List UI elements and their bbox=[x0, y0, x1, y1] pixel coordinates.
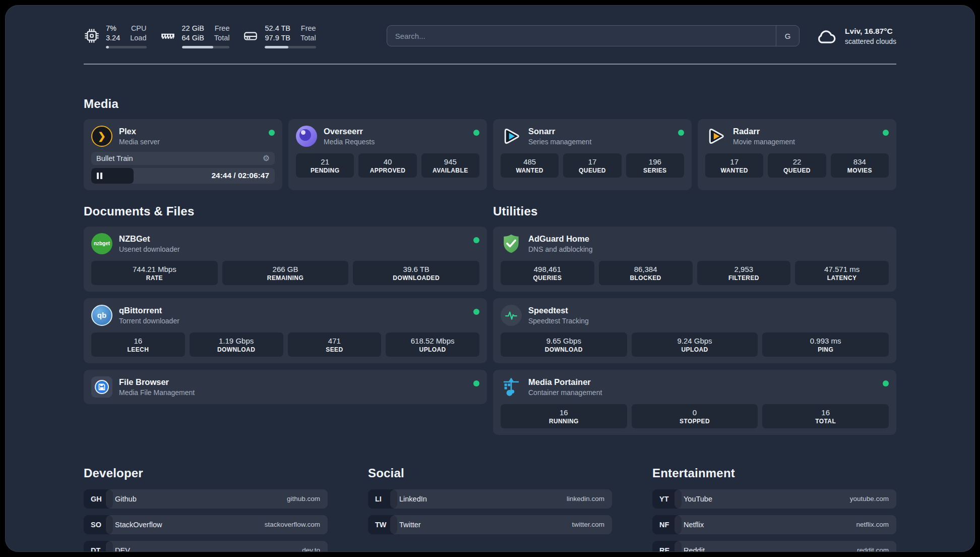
adguard-stat-filtered: 2,953 FILTERED bbox=[697, 261, 791, 285]
adguard-card[interactable]: AdGuard Home DNS and adblocking 498,461 … bbox=[493, 227, 896, 292]
bookmark-youtube-url: youtube.com bbox=[850, 495, 889, 503]
bookmark-linkedin-url: linkedin.com bbox=[567, 495, 604, 503]
overseerr-stat-available: 945 AVAILABLE bbox=[421, 153, 479, 178]
disk-free-label: Free bbox=[300, 24, 316, 33]
memory-free-label: Free bbox=[214, 24, 230, 33]
nzbget-title: NZBGet bbox=[119, 234, 180, 244]
portainer-stat-stopped: 0 STOPPED bbox=[632, 404, 758, 428]
portainer-card[interactable]: Media Portainer Container management 16 … bbox=[493, 370, 896, 435]
plex-settings-icon[interactable]: ⚙ bbox=[263, 154, 270, 162]
bookmark-reddit[interactable]: RE Reddit reddit.com bbox=[652, 541, 896, 552]
adguard-description: DNS and adblocking bbox=[528, 245, 593, 253]
bookmark-stackoverflow-url: stackoverflow.com bbox=[265, 521, 320, 528]
nzbget-description: Usenet downloader bbox=[119, 245, 180, 253]
qbittorrent-stat-download: 1.19 Gbps DOWNLOAD bbox=[190, 332, 283, 357]
plex-now-playing: Bullet Train ⚙ 24:44 / 02:06:47 bbox=[91, 152, 275, 184]
header-divider bbox=[84, 64, 896, 65]
cpu-usage-label: CPU bbox=[130, 24, 146, 33]
bookmark-linkedin[interactable]: LI LinkedIn linkedin.com bbox=[368, 489, 612, 509]
cpu-progress-bar bbox=[106, 46, 147, 48]
bookmark-twitter[interactable]: TW Twitter twitter.com bbox=[368, 515, 612, 534]
weather-condition: scattered clouds bbox=[845, 37, 896, 45]
bookmark-dev[interactable]: DT DEV dev.to bbox=[84, 541, 328, 552]
plex-description: Media server bbox=[119, 138, 160, 146]
plex-card[interactable]: ❯ Plex Media server Bullet Train ⚙ bbox=[84, 119, 282, 190]
radarr-stat-movies: 834 MOVIES bbox=[831, 153, 889, 178]
adguard-stat-latency: 47.571 ms LATENCY bbox=[795, 261, 889, 285]
overseerr-description: Media Requests bbox=[324, 138, 375, 146]
qbittorrent-card[interactable]: qb qBittorrent Torrent downloader 16 LEE… bbox=[84, 298, 487, 363]
qbittorrent-description: Torrent downloader bbox=[119, 317, 179, 325]
disk-stat-widget: 52.4 TB 97.9 TB Free Total bbox=[242, 24, 316, 48]
utilities-column: Utilities bbox=[493, 204, 896, 435]
overseerr-icon bbox=[296, 126, 317, 147]
overseerr-title: Overseerr bbox=[324, 127, 375, 137]
speedtest-description: Speedtest Tracking bbox=[528, 317, 589, 325]
plex-progress-played bbox=[91, 168, 134, 184]
weather-location: Lviv, 16.87°C bbox=[845, 27, 896, 36]
radarr-stat-queued: 22 QUEUED bbox=[768, 153, 826, 178]
sonarr-stat-queued: 17 QUEUED bbox=[563, 153, 621, 178]
portainer-stat-total: 16 TOTAL bbox=[762, 404, 889, 428]
plex-title: Plex bbox=[119, 127, 160, 137]
portainer-title: Media Portainer bbox=[528, 377, 602, 387]
search-input[interactable] bbox=[387, 26, 776, 46]
overseerr-card[interactable]: Overseerr Media Requests 21 PENDING 40 A… bbox=[288, 119, 487, 190]
cpu-progress-fill bbox=[106, 46, 109, 48]
portainer-description: Container management bbox=[528, 388, 602, 397]
memory-total-value: 64 GiB bbox=[182, 33, 204, 43]
media-cards: ❯ Plex Media server Bullet Train ⚙ bbox=[84, 119, 896, 190]
qbittorrent-title: qBittorrent bbox=[119, 306, 179, 316]
portainer-status-dot bbox=[883, 380, 889, 386]
memory-total-label: Total bbox=[214, 33, 230, 43]
speedtest-card[interactable]: Speedtest Speedtest Tracking 9.65 Gbps D… bbox=[493, 298, 896, 363]
plex-progress-bar[interactable]: 24:44 / 02:06:47 bbox=[91, 168, 275, 184]
bookmark-github[interactable]: GH Github github.com bbox=[84, 489, 328, 509]
bookmark-stackoverflow[interactable]: SO StackOverflow stackoverflow.com bbox=[84, 515, 328, 534]
bookmark-linkedin-name: LinkedIn bbox=[399, 495, 427, 503]
plex-media-title: Bullet Train bbox=[96, 154, 133, 162]
section-title-documents: Documents & Files bbox=[84, 204, 487, 218]
cpu-icon bbox=[84, 28, 100, 44]
weather-widget: Lviv, 16.87°C scattered clouds bbox=[815, 27, 896, 45]
bookmarks-entertainment: Entertainment YT YouTube youtube.com NF … bbox=[652, 466, 896, 552]
speedtest-stat-upload: 9.24 Gbps UPLOAD bbox=[632, 332, 758, 357]
dashboard-panel: 7% 3.24 CPU Load bbox=[5, 5, 975, 552]
portainer-stat-running: 16 RUNNING bbox=[501, 404, 627, 428]
ram-icon bbox=[160, 28, 176, 44]
radarr-status-dot bbox=[883, 130, 889, 136]
sonarr-card[interactable]: Sonarr Series management 485 WANTED 17 Q… bbox=[493, 119, 692, 190]
disk-free-value: 52.4 TB bbox=[265, 24, 290, 33]
bookmark-netflix[interactable]: NF Netflix netflix.com bbox=[652, 515, 896, 534]
adguard-title: AdGuard Home bbox=[528, 234, 593, 244]
disk-total-value: 97.9 TB bbox=[265, 33, 290, 43]
filebrowser-icon bbox=[91, 376, 112, 398]
sonarr-stat-wanted: 485 WANTED bbox=[501, 153, 559, 178]
bookmark-stackoverflow-name: StackOverflow bbox=[115, 521, 162, 529]
disk-total-label: Total bbox=[300, 33, 316, 43]
bookmark-youtube[interactable]: YT YouTube youtube.com bbox=[652, 489, 896, 509]
cloud-icon bbox=[815, 27, 838, 45]
nzbget-card[interactable]: nzbget NZBGet Usenet downloader 744.21 M… bbox=[84, 227, 487, 292]
search-bar[interactable]: G bbox=[387, 25, 800, 46]
bookmarks-social: Social LI LinkedIn linkedin.com TW Twitt… bbox=[368, 466, 612, 552]
cpu-stat-widget: 7% 3.24 CPU Load bbox=[84, 24, 147, 48]
nzbget-stat-remaining: 266 GB REMAINING bbox=[222, 261, 349, 285]
radarr-icon bbox=[705, 126, 726, 147]
cpu-usage-value: 7% bbox=[106, 24, 120, 33]
section-title-social: Social bbox=[368, 466, 612, 480]
nzbget-status-dot bbox=[473, 237, 479, 243]
sonarr-status-dot bbox=[678, 130, 684, 136]
speedtest-stat-ping: 0.993 ms PING bbox=[762, 332, 889, 357]
bookmark-reddit-name: Reddit bbox=[684, 546, 705, 552]
plex-icon: ❯ bbox=[91, 126, 112, 147]
filebrowser-card[interactable]: File Browser Media File Management bbox=[84, 370, 487, 404]
memory-free-value: 22 GiB bbox=[182, 24, 204, 33]
filebrowser-description: Media File Management bbox=[119, 388, 195, 397]
memory-stat-widget: 22 GiB 64 GiB Free Total bbox=[160, 24, 230, 48]
disk-progress-fill bbox=[265, 46, 288, 48]
search-provider-button[interactable]: G bbox=[776, 26, 799, 46]
radarr-card[interactable]: Radarr Movie management 17 WANTED 22 QUE… bbox=[698, 119, 896, 190]
overseerr-stat-approved: 40 APPROVED bbox=[358, 153, 416, 178]
pause-icon[interactable] bbox=[97, 173, 99, 179]
